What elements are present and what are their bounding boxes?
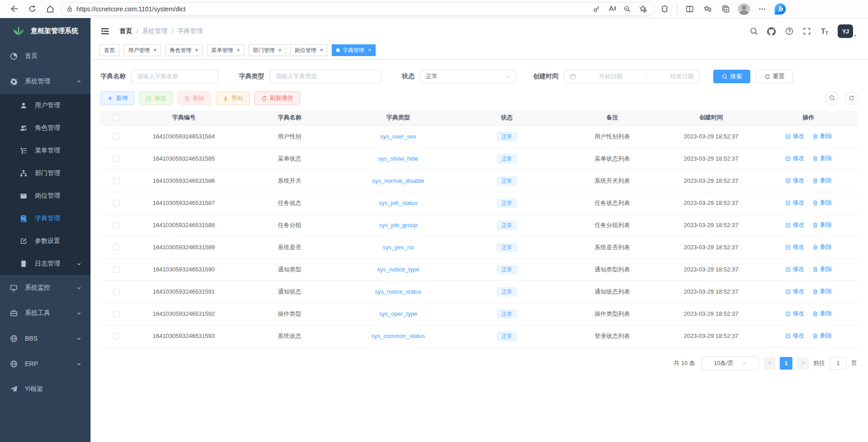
sidebar-item-param-settings[interactable]: 参数设置 <box>0 230 91 252</box>
row-delete-button[interactable]: 删除 <box>812 176 832 185</box>
tab-close-icon[interactable]: × <box>278 48 281 53</box>
sidebar-item-system[interactable]: 系统管理 <box>0 69 91 94</box>
read-aloud-icon[interactable] <box>605 2 619 16</box>
row-edit-button[interactable]: 修改 <box>785 132 805 140</box>
row-checkbox[interactable] <box>113 289 119 295</box>
refresh-table-button[interactable] <box>845 92 858 105</box>
url-text[interactable]: https://ccnetcore.com:1101/system/dict <box>76 5 586 13</box>
zoom-out-icon[interactable] <box>620 2 634 16</box>
dict-type-link[interactable]: sys_notice_status <box>375 288 421 295</box>
row-checkbox[interactable] <box>113 222 119 228</box>
row-edit-button[interactable]: 修改 <box>785 221 805 229</box>
address-bar[interactable]: https://ccnetcore.com:1101/system/dict <box>61 2 654 16</box>
collections-icon[interactable] <box>700 2 715 16</box>
page-number-button[interactable]: 1 <box>780 357 792 370</box>
delete-button[interactable]: 删除 <box>177 91 211 105</box>
edit-button[interactable]: 修改 <box>139 91 173 105</box>
dict-type-link[interactable]: sys_normal_disable <box>372 177 424 184</box>
sidebar-item-menu-mgmt[interactable]: 菜单管理 <box>0 139 91 162</box>
row-delete-button[interactable]: 删除 <box>812 287 832 295</box>
dict-name-input[interactable]: 请输入字典名称 <box>131 70 218 83</box>
dict-type-link[interactable]: sys_show_hide <box>378 155 418 162</box>
status-select[interactable]: 正常 <box>420 70 516 83</box>
sidebar-toggle-icon[interactable] <box>97 23 113 39</box>
next-page-button[interactable] <box>797 357 809 370</box>
sidebar-item-user-mgmt[interactable]: 用户管理 <box>0 94 91 117</box>
sidebar-item-yi-framework[interactable]: Yi框架 <box>0 376 91 402</box>
dict-type-input[interactable]: 请输入字典类型 <box>270 70 381 83</box>
lock-icon[interactable] <box>67 6 73 12</box>
sidebar-item-dict-mgmt[interactable]: 字典管理 <box>0 207 91 230</box>
browser-home-icon[interactable] <box>43 2 58 16</box>
tab-close-icon[interactable]: × <box>195 48 198 53</box>
dict-type-link[interactable]: sys_oper_type <box>379 310 418 317</box>
row-edit-button[interactable]: 修改 <box>785 176 805 185</box>
sidebar-item-erp[interactable]: ERP <box>0 351 91 376</box>
reset-button[interactable]: 重置 <box>756 70 793 83</box>
sidebar-item-monitor[interactable]: 系统监控 <box>0 275 91 300</box>
browser-back-icon[interactable] <box>6 2 22 16</box>
help-question-icon[interactable] <box>785 27 794 36</box>
row-delete-button[interactable]: 删除 <box>812 332 832 340</box>
page-size-select[interactable]: 10条/页 <box>701 356 759 370</box>
row-delete-button[interactable]: 删除 <box>812 265 832 273</box>
row-checkbox[interactable] <box>113 133 119 140</box>
tab-close-icon[interactable]: × <box>153 48 157 53</box>
password-key-icon[interactable] <box>590 2 603 16</box>
row-checkbox[interactable] <box>113 200 119 206</box>
extensions-icon[interactable] <box>657 2 672 16</box>
show-search-toggle-button[interactable] <box>825 92 839 105</box>
breadcrumb-home[interactable]: 首页 <box>119 27 132 35</box>
row-checkbox[interactable] <box>113 244 119 251</box>
favorites-add-icon[interactable] <box>636 2 649 16</box>
row-delete-button[interactable]: 删除 <box>812 309 832 318</box>
yi-logo[interactable]: YJ ▾ <box>838 24 856 38</box>
breadcrumb-system[interactable]: 系统管理 <box>142 27 167 35</box>
github-icon[interactable] <box>767 27 776 36</box>
export-button[interactable]: 导出 <box>216 91 250 105</box>
tab-collections-icon[interactable] <box>718 2 734 16</box>
row-edit-button[interactable]: 修改 <box>785 332 805 340</box>
row-checkbox[interactable] <box>113 266 119 273</box>
font-size-icon[interactable]: TT <box>820 27 829 36</box>
sidebar-item-log-mgmt[interactable]: 日志管理 <box>0 252 91 275</box>
row-checkbox[interactable] <box>113 311 119 317</box>
row-delete-button[interactable]: 删除 <box>812 243 832 251</box>
row-edit-button[interactable]: 修改 <box>785 309 805 318</box>
row-delete-button[interactable]: 删除 <box>812 132 832 140</box>
sidebar-item-dept-mgmt[interactable]: 部门管理 <box>0 162 91 185</box>
prev-page-button[interactable] <box>763 357 775 370</box>
sidebar-item-tools[interactable]: 系统工具 <box>0 300 91 326</box>
dict-type-link[interactable]: sys_job_status <box>379 200 418 206</box>
row-edit-button[interactable]: 修改 <box>785 199 805 207</box>
tab-close-icon[interactable]: × <box>368 48 371 53</box>
browser-refresh-icon[interactable] <box>24 2 40 16</box>
split-screen-icon[interactable] <box>682 2 697 16</box>
row-delete-button[interactable]: 删除 <box>812 221 832 229</box>
dict-type-link[interactable]: sys_yes_no <box>383 244 414 251</box>
nav-tab[interactable]: 部门管理 × <box>248 44 286 56</box>
row-edit-button[interactable]: 修改 <box>785 287 805 295</box>
dict-type-link[interactable]: sys_common_status <box>372 333 425 339</box>
header-search-icon[interactable] <box>749 27 758 36</box>
nav-tab[interactable]: 角色管理 × <box>165 44 203 56</box>
date-range-picker[interactable]: 开始日期 - 结束日期 <box>564 70 700 83</box>
search-button[interactable]: 搜索 <box>713 70 750 83</box>
dict-type-link[interactable]: sys_notice_type <box>377 266 419 273</box>
row-edit-button[interactable]: 修改 <box>785 154 805 162</box>
refresh-cache-button[interactable]: 刷新缓存 <box>254 91 300 105</box>
row-delete-button[interactable]: 删除 <box>812 154 832 162</box>
sidebar-item-post-mgmt[interactable]: 岗位管理 <box>0 185 91 207</box>
profile-avatar[interactable] <box>736 2 752 16</box>
sidebar-item-bbs[interactable]: BBS <box>0 326 91 351</box>
sidebar-item-role-mgmt[interactable]: 角色管理 <box>0 117 91 139</box>
sidebar-item-home[interactable]: 首页 <box>0 43 91 69</box>
tab-close-icon[interactable]: × <box>237 48 240 53</box>
row-checkbox[interactable] <box>113 156 119 162</box>
bing-copilot-icon[interactable]: b <box>773 2 788 16</box>
app-logo[interactable]: 意框架管理系统 <box>0 18 91 43</box>
tab-close-icon[interactable]: × <box>320 48 323 53</box>
nav-tab[interactable]: 字典管理 × <box>332 44 376 56</box>
fullscreen-icon[interactable] <box>802 27 811 36</box>
goto-page-input[interactable] <box>830 357 847 370</box>
